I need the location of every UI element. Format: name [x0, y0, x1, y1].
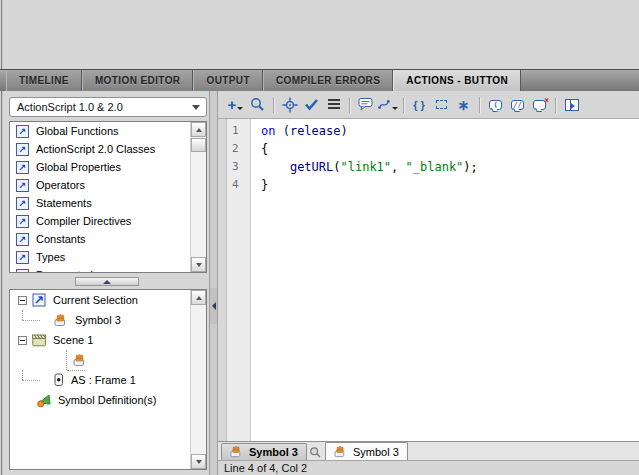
- show-code-hint-icon[interactable]: [355, 94, 376, 115]
- status-bar: Line 4 of 4, Col 2: [218, 460, 639, 475]
- tree-line: [22, 370, 23, 380]
- code-line: on (release): [261, 122, 639, 140]
- show-hide-toolbox-icon[interactable]: [561, 94, 582, 115]
- code-line: }: [261, 176, 639, 194]
- script-book-icon: ↗: [16, 251, 29, 264]
- collapse-selection-icon[interactable]: [431, 94, 452, 115]
- toolbox-item-compiler-directives[interactable]: ↗Compiler Directives: [10, 212, 206, 230]
- splitter-collapse-button[interactable]: [210, 288, 217, 324]
- toolbox-item-statements[interactable]: ↗Statements: [10, 194, 206, 212]
- horizontal-splitter[interactable]: [5, 274, 209, 289]
- toolbox-item-types[interactable]: ↗Types: [10, 248, 206, 266]
- line-number: 4: [232, 176, 250, 194]
- collapse-box-icon[interactable]: [18, 296, 27, 305]
- toolbar-separator: [273, 97, 274, 113]
- toolbox-item-as2-classes[interactable]: ↗ActionScript 2.0 Classes: [10, 140, 206, 158]
- script-book-icon: ↗: [16, 179, 29, 192]
- nav-item-label: Symbol 3: [75, 314, 121, 326]
- expand-all-icon[interactable]: ∗: [453, 94, 474, 115]
- nav-item-label: Current Selection: [53, 294, 138, 306]
- actionscript-version-select[interactable]: ActionScript 1.0 & 2.0: [9, 97, 207, 117]
- nav-item-symbol-definitions[interactable]: Symbol Definition(s): [10, 390, 206, 410]
- nav-item-symbol3-selected[interactable]: Symbol 3: [10, 350, 206, 370]
- remove-comment-icon[interactable]: ×: [529, 94, 550, 115]
- actionscript-version-value: ActionScript 1.0 & 2.0: [17, 101, 123, 113]
- script-editor[interactable]: 1 2 3 4 on (release) { getURL("link1", "…: [218, 118, 639, 441]
- button-symbol-icon: [230, 446, 244, 458]
- find-icon[interactable]: [247, 94, 268, 115]
- chevron-down-icon[interactable]: [186, 98, 206, 116]
- splitter-collapse-handle[interactable]: [75, 277, 139, 286]
- fold-margin[interactable]: [218, 119, 227, 441]
- button-symbol-icon: [73, 354, 88, 367]
- current-selection-icon: [32, 293, 47, 307]
- tab-output[interactable]: OUTPUT: [193, 70, 263, 91]
- insert-target-path-icon[interactable]: [279, 94, 300, 115]
- collapse-up-icon: [103, 280, 111, 284]
- toolbox-item-label: Global Functions: [36, 125, 119, 137]
- apply-line-comment-icon[interactable]: //: [507, 94, 528, 115]
- check-syntax-icon[interactable]: [301, 94, 322, 115]
- actions-toolbar: + { } ∗ ( // ×: [218, 91, 639, 118]
- pin-script-icon[interactable]: [307, 444, 325, 460]
- script-navigator: Current Selection Symbol 3 Scene 1 Symbo…: [9, 289, 207, 470]
- toolbox-item-deprecated[interactable]: ↗Deprecated: [10, 266, 206, 273]
- vertical-splitter[interactable]: [209, 91, 218, 475]
- toolbar-separator: [403, 97, 404, 113]
- script-tab-symbol3-pinned[interactable]: Symbol 3: [325, 442, 408, 460]
- apply-block-comment-icon[interactable]: (: [485, 94, 506, 115]
- toolbox-item-label: Types: [36, 251, 65, 263]
- nav-item-label: Scene 1: [53, 334, 93, 346]
- toolbox-item-label: Deprecated: [36, 269, 93, 273]
- script-book-icon: ↗: [16, 161, 29, 174]
- toolbox-scrollbar[interactable]: [190, 122, 206, 272]
- add-new-item-icon[interactable]: +: [225, 94, 246, 115]
- nav-item-as-frame1[interactable]: AS : Frame 1: [10, 370, 206, 390]
- nav-item-symbol3-current[interactable]: Symbol 3: [10, 310, 206, 330]
- tree-line: [22, 310, 23, 320]
- script-book-icon: ↗: [16, 125, 29, 138]
- tab-actions-button[interactable]: ACTIONS - BUTTON: [393, 70, 521, 91]
- button-symbol-icon: [54, 314, 69, 327]
- nav-item-label: Symbol Definition(s): [58, 394, 156, 406]
- button-symbol-icon: [334, 446, 348, 458]
- toolbox-item-label: Operators: [36, 179, 85, 191]
- script-tab-label: Symbol 3: [249, 446, 298, 458]
- code-line: {: [261, 140, 639, 158]
- toolbox-item-label: Global Properties: [36, 161, 121, 173]
- actions-toolbox-list: ↗Global Functions ↗ActionScript 2.0 Clas…: [9, 121, 207, 273]
- toolbox-item-label: ActionScript 2.0 Classes: [36, 143, 155, 155]
- script-book-icon: ↗: [16, 197, 29, 210]
- auto-format-icon[interactable]: [323, 94, 344, 115]
- tab-timeline[interactable]: TIMELINE: [6, 70, 82, 91]
- toolbox-item-global-properties[interactable]: ↗Global Properties: [10, 158, 206, 176]
- tree-line: [22, 380, 40, 381]
- line-number: 1: [232, 122, 250, 140]
- debug-options-icon[interactable]: [377, 94, 398, 115]
- tree-line: [66, 350, 67, 370]
- scroll-down-icon[interactable]: [191, 257, 206, 272]
- toolbox-item-label: Compiler Directives: [36, 215, 131, 227]
- scrollbar-thumb[interactable]: [191, 138, 206, 152]
- toolbox-item-label: Statements: [36, 197, 92, 209]
- tab-motion-editor[interactable]: MOTION EDITOR: [82, 70, 194, 91]
- collapse-between-braces-icon[interactable]: { }: [409, 94, 430, 115]
- line-number: 2: [232, 140, 250, 158]
- symbol-definitions-icon: [36, 393, 52, 408]
- line-number-gutter: 1 2 3 4: [227, 119, 251, 441]
- navigator-scrollbar[interactable]: [190, 290, 206, 469]
- tabstrip-filler: [521, 70, 639, 91]
- code-area[interactable]: on (release) { getURL("link1", "_blank")…: [251, 119, 639, 441]
- toolbox-item-global-functions[interactable]: ↗Global Functions: [10, 122, 206, 140]
- toolbox-item-constants[interactable]: ↗Constants: [10, 230, 206, 248]
- toolbox-item-operators[interactable]: ↗Operators: [10, 176, 206, 194]
- collapse-left-icon: [212, 302, 216, 310]
- collapse-box-icon[interactable]: [18, 336, 27, 345]
- nav-item-current-selection[interactable]: Current Selection: [10, 290, 206, 310]
- tab-compiler-errors[interactable]: COMPILER ERRORS: [263, 70, 393, 91]
- scroll-down-icon[interactable]: [191, 454, 206, 469]
- nav-item-scene1[interactable]: Scene 1: [10, 330, 206, 350]
- scroll-up-icon[interactable]: [191, 122, 206, 137]
- scroll-up-icon[interactable]: [191, 290, 206, 305]
- script-tab-symbol3[interactable]: Symbol 3: [221, 443, 307, 460]
